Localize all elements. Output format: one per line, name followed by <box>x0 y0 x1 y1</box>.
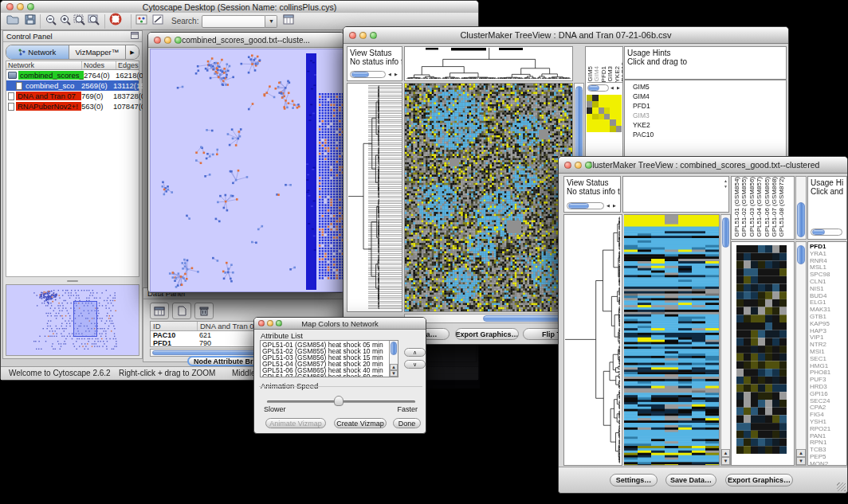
tab-overflow-button[interactable]: ▶ <box>126 45 139 59</box>
network-overview-panel[interactable] <box>6 284 139 356</box>
scroll-down-icon[interactable]: ▼ <box>724 184 728 189</box>
done-button[interactable]: Done <box>393 418 421 428</box>
column-label[interactable]: GIM5 <box>587 66 593 82</box>
column-label[interactable]: GPL51-07 (GSM868) <box>771 177 777 237</box>
network-list-row[interactable]: RNAPuberNov2+!563(0)107847(0) <box>6 101 139 111</box>
listbox-vscrollbar[interactable]: ▲ ▼ <box>389 341 398 377</box>
close-button[interactable] <box>564 162 571 169</box>
minimize-button[interactable] <box>359 32 367 39</box>
zoom-button[interactable] <box>585 162 592 169</box>
column-label[interactable]: PFD1 <box>601 66 607 82</box>
gene-label[interactable]: GIM4 <box>633 92 786 101</box>
summary-heatmap[interactable] <box>587 95 622 132</box>
scroll-left-icon[interactable]: ◀ <box>387 71 393 77</box>
export-graphics-button[interactable]: Export Graphics… <box>725 474 793 486</box>
scrollbar-thumb[interactable] <box>722 217 729 248</box>
resize-grip[interactable] <box>837 483 846 491</box>
gene-label[interactable]: YKE2 <box>633 120 786 130</box>
float-panel-icon[interactable] <box>131 32 139 41</box>
scroll-up-icon[interactable]: ▲ <box>724 178 728 183</box>
column-label[interactable]: GPL51-08 (GSM872) <box>779 177 784 237</box>
column-header-id[interactable]: ID <box>151 322 198 330</box>
row-dendrogram-pane[interactable] <box>347 83 402 312</box>
detail-heatmap-pane[interactable] <box>731 241 795 466</box>
scroll-down-icon[interactable]: ▼ <box>796 457 806 465</box>
title-bar[interactable]: combined_scores_good.txt--cluste... <box>148 33 344 48</box>
annotation-icon[interactable] <box>151 14 165 29</box>
scrollbar-thumb[interactable] <box>797 202 805 237</box>
close-button[interactable] <box>6 3 14 10</box>
zoom-button[interactable] <box>370 32 377 39</box>
close-button[interactable] <box>349 32 356 39</box>
attribute-listbox[interactable]: GPL51-01 (GSM854) heat shock 05 minGPL51… <box>260 340 398 377</box>
gene-label[interactable]: PAC10 <box>633 130 786 139</box>
help-icon[interactable] <box>108 13 123 29</box>
animate-vizmap-button[interactable]: Animate Vizmap <box>265 418 326 428</box>
zoom-button[interactable] <box>175 37 182 44</box>
column-dendrogram-pane[interactable] <box>404 46 573 81</box>
scroll-right-icon[interactable]: ▶ <box>393 71 399 77</box>
search-input[interactable]: ▼ <box>202 15 277 28</box>
scroll-left-icon[interactable]: ◀ <box>605 202 611 209</box>
overview-viewport-rect[interactable] <box>73 301 97 337</box>
title-bar[interactable]: Cytoscape Desktop (Session Name: collins… <box>1 1 478 14</box>
zoom-button[interactable] <box>27 3 34 10</box>
column-label[interactable]: GPL51-04 (GSM857) <box>756 177 762 237</box>
gene-label[interactable]: PFD1 <box>633 101 786 111</box>
gene-label[interactable]: GIM3 <box>633 111 786 120</box>
column-label[interactable]: GIM4 <box>594 66 599 82</box>
delete-attribute-icon[interactable] <box>194 303 214 319</box>
create-vizmap-button[interactable]: Create Vizmap <box>334 418 387 428</box>
attribute-list-item[interactable]: GPL51-07 (GSM868) heat shock 60 min <box>262 373 396 377</box>
zoom-selected-icon[interactable] <box>87 14 101 29</box>
open-session-icon[interactable] <box>6 14 20 29</box>
panel-splitter[interactable] <box>6 279 139 283</box>
labels-vscrollbar[interactable] <box>795 176 807 240</box>
zoom-in-icon[interactable] <box>58 14 73 29</box>
column-dendrogram-pane[interactable]: ▲ ▼ <box>622 176 729 213</box>
heatmap-vscrollbar[interactable]: ▲ ▼ <box>720 214 731 466</box>
network-canvas[interactable] <box>150 49 344 292</box>
scrollbar-thumb[interactable] <box>797 245 805 264</box>
column-label[interactable]: GPL51-01 (GSM854) <box>734 177 740 237</box>
scroll-up-icon[interactable]: ▲ <box>721 449 730 457</box>
zoom-fit-icon[interactable] <box>73 14 87 29</box>
close-button[interactable] <box>258 320 265 326</box>
attribute-browser-icon[interactable] <box>282 14 296 29</box>
settings-button[interactable]: Settings… <box>610 474 658 486</box>
scroll-down-icon[interactable]: ▼ <box>721 457 730 465</box>
column-label[interactable]: GPL51-02 (GSM855) <box>741 177 747 237</box>
mini-scrollbar[interactable]: ◀ ▶ <box>567 202 618 209</box>
network-list-row[interactable]: combined_sco2569(6)13112(15) <box>6 80 139 91</box>
network-list-row[interactable]: combined_scores_2764(0)16218(0) <box>6 70 139 80</box>
save-data-button[interactable]: Save Data… <box>665 474 716 486</box>
heatmap-pane[interactable] <box>624 214 720 466</box>
scroll-up-icon[interactable]: ▲ <box>390 364 398 370</box>
new-attribute-icon[interactable] <box>172 303 191 319</box>
minimize-button[interactable] <box>267 320 273 326</box>
heatmap-pane[interactable] <box>404 83 573 312</box>
scroll-right-icon[interactable]: ▶ <box>611 202 618 209</box>
heatmap-hscrollbar[interactable] <box>404 314 573 323</box>
scroll-down-icon[interactable]: ▼ <box>390 370 398 377</box>
node-grid-icon[interactable] <box>135 14 148 29</box>
scroll-right-icon[interactable]: ▶ <box>615 84 622 91</box>
title-bar[interactable]: ClusterMaker TreeView : DNA and Tran 07-… <box>344 27 788 44</box>
export-graphics-button[interactable]: Export Graphics… <box>455 328 519 340</box>
tab-network[interactable]: Network <box>6 45 69 59</box>
speed-slider-thumb[interactable] <box>334 396 344 406</box>
mini-scrollbar[interactable]: ◀ ▶ <box>587 84 621 92</box>
minimize-button[interactable] <box>17 3 24 10</box>
move-up-button[interactable]: ∧ <box>404 348 426 357</box>
scrollbar-thumb[interactable] <box>391 342 397 355</box>
column-label[interactable]: GIM3 <box>607 66 613 82</box>
tab-vizmapper[interactable]: VizMapper™ <box>69 45 126 59</box>
minimize-button[interactable] <box>575 162 582 169</box>
mini-scrollbar[interactable] <box>811 229 842 236</box>
mini-scrollbar[interactable]: ◀ ▶ <box>350 71 399 78</box>
title-bar[interactable]: Map Colors to Network <box>254 318 426 330</box>
column-label[interactable]: PAC10 <box>621 62 623 82</box>
save-session-icon[interactable] <box>24 14 37 29</box>
select-attributes-icon[interactable] <box>150 303 169 319</box>
column-label[interactable]: GPL51-06 (GSM865) <box>764 177 770 237</box>
